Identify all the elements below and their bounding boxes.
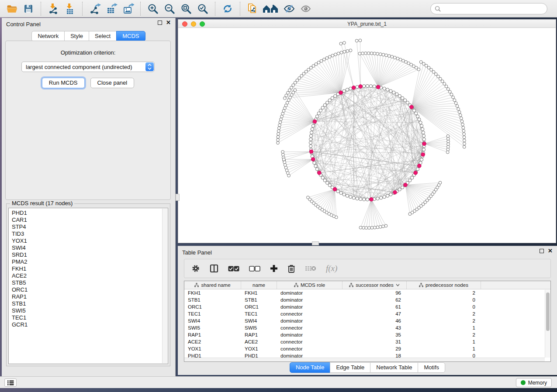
function-builder-button[interactable]: f(x) (326, 264, 337, 273)
mcds-result-item[interactable]: PMA2 (12, 258, 168, 265)
delete-column-button[interactable] (287, 264, 295, 273)
column-header-label: name (253, 282, 265, 288)
maximize-window-icon[interactable] (200, 21, 205, 27)
mcds-result-item[interactable]: GCR1 (12, 321, 168, 328)
refresh-button[interactable] (219, 1, 236, 16)
close-window-icon[interactable] (182, 21, 187, 27)
column-header-successor-nodes[interactable]: successor nodes (343, 281, 407, 289)
mcds-result-item[interactable]: TEC1 (12, 314, 168, 321)
mcds-result-item[interactable]: STB1 (12, 300, 168, 307)
column-header-predecessor-nodes[interactable]: predecessor nodes (407, 281, 481, 289)
close-panel-icon[interactable]: ✕ (166, 21, 171, 25)
split-panel-button[interactable] (210, 264, 218, 273)
mcds-result-item[interactable]: ACE2 (12, 272, 168, 279)
toolbar-separator (41, 2, 41, 16)
mcds-result-item[interactable]: ORC1 (12, 286, 168, 293)
table-header-row: shared namenameMCDS rolesuccessor nodesp… (184, 281, 550, 289)
mcds-result-item[interactable]: SWI5 (12, 307, 168, 314)
first-neighbors-button[interactable] (261, 1, 281, 16)
export-image-button[interactable] (120, 1, 136, 16)
float-panel-icon[interactable] (158, 21, 162, 25)
tab-style[interactable]: Style (64, 31, 89, 41)
float-panel-icon[interactable] (540, 249, 544, 253)
plus-icon (270, 265, 278, 272)
result-list-scrollbar[interactable] (162, 209, 167, 363)
tab-node-table[interactable]: Node Table (290, 362, 331, 373)
mcds-result-item[interactable]: STB5 (12, 279, 168, 286)
tab-network-table[interactable]: Network Table (370, 362, 418, 373)
table-row[interactable]: YOX1YOX1connector291 (184, 345, 550, 352)
table-scrollbar[interactable] (545, 290, 550, 358)
tab-motifs[interactable]: Motifs (418, 362, 445, 373)
save-session-button[interactable] (20, 1, 37, 16)
mcds-result-item[interactable]: SRD1 (12, 251, 168, 258)
mcds-result-item[interactable]: SWI4 (12, 244, 168, 251)
horizontal-divider-grip[interactable] (312, 241, 319, 245)
table-cell: 35 (343, 332, 407, 337)
column-header-shared-name[interactable]: shared name (184, 281, 241, 289)
mcds-result-item[interactable]: RAP1 (12, 293, 168, 300)
zoom-fit-button[interactable] (178, 1, 194, 16)
memory-button[interactable]: Memory (516, 378, 552, 387)
close-panel-button[interactable]: Close panel (90, 78, 135, 88)
mcds-result-item[interactable]: STP4 (12, 224, 168, 230)
close-panel-icon[interactable]: ✕ (548, 249, 553, 253)
table-row[interactable]: RAP1RAP1dominator352 (184, 331, 550, 338)
show-all-button[interactable] (298, 1, 314, 16)
add-column-button[interactable] (270, 265, 278, 272)
tab-mcds[interactable]: MCDS (116, 31, 145, 41)
column-header-label: MCDS role (301, 282, 325, 288)
mcds-result-item[interactable]: PHD1 (12, 210, 168, 217)
table-row[interactable]: FKH1FKH1dominator962 (184, 289, 550, 296)
split-columns-icon (210, 264, 218, 273)
network-graph[interactable] (178, 28, 556, 243)
vertical-divider-grip[interactable] (176, 194, 180, 201)
import-table-button[interactable] (62, 1, 78, 16)
minimize-window-icon[interactable] (191, 21, 196, 27)
zoom-in-button[interactable] (145, 1, 161, 16)
export-table-button[interactable] (103, 1, 120, 16)
table-row[interactable]: STB1STB1dominator620 (184, 296, 550, 303)
table-scrollbar-thumb[interactable] (546, 292, 550, 331)
table-row[interactable]: ORC1ORC1dominator610 (184, 303, 550, 310)
new-network-from-selection-button[interactable] (244, 1, 261, 16)
table-row[interactable]: TEC1TEC1connector472 (184, 310, 550, 317)
column-header-mcds-role[interactable]: MCDS role (277, 281, 343, 289)
mcds-result-item[interactable]: YOX1 (12, 237, 168, 244)
table-row[interactable]: SWI5SWI5connector431 (184, 324, 550, 331)
table-row[interactable]: ACE2ACE2connector311 (184, 338, 550, 345)
mcds-result-item[interactable]: TID3 (12, 230, 168, 237)
delete-table-icon (305, 265, 316, 272)
zoom-out-button[interactable] (161, 1, 178, 16)
table-cell: 2 (407, 290, 481, 296)
table-horizontal-scrollbar[interactable] (184, 358, 545, 361)
tab-edge-table[interactable]: Edge Table (330, 362, 370, 373)
table-panel-title: Table Panel (182, 249, 212, 256)
zoom-in-icon (147, 3, 159, 14)
network-window-titlebar[interactable]: YPA_prune.txt_1 (178, 20, 556, 28)
mcds-result-list[interactable]: PHD1CAR1STP4TID3YOX1SWI4SRD1PMA2FKH1ACE2… (8, 208, 168, 364)
criterion-select[interactable]: largest connected component (undirected) (21, 62, 155, 72)
node-table[interactable]: shared namenameMCDS rolesuccessor nodesp… (184, 281, 551, 362)
task-history-button[interactable] (4, 378, 17, 387)
deselect-all-button[interactable] (249, 266, 260, 272)
table-settings-button[interactable] (191, 264, 200, 273)
mcds-result-item[interactable]: FKH1 (12, 265, 168, 272)
mcds-result-item[interactable]: CAR1 (12, 217, 168, 224)
search-input[interactable] (441, 4, 547, 13)
delete-table-button[interactable] (305, 265, 316, 272)
column-header-name[interactable]: name (241, 281, 277, 289)
export-network-button[interactable] (86, 1, 103, 16)
select-all-button[interactable] (228, 266, 239, 272)
table-cell: dominator (277, 297, 343, 303)
tab-select[interactable]: Select (89, 31, 117, 41)
import-network-button[interactable] (45, 1, 62, 16)
run-mcds-button[interactable]: Run MCDS (42, 78, 85, 88)
open-file-button[interactable] (3, 1, 20, 16)
hide-selected-button[interactable] (281, 1, 298, 16)
tab-network[interactable]: Network (31, 31, 65, 41)
table-row[interactable]: SWI4SWI4dominator462 (184, 317, 550, 324)
zoom-selected-button[interactable] (194, 1, 211, 16)
network-canvas[interactable] (178, 28, 556, 243)
table-cell: 47 (343, 311, 407, 316)
